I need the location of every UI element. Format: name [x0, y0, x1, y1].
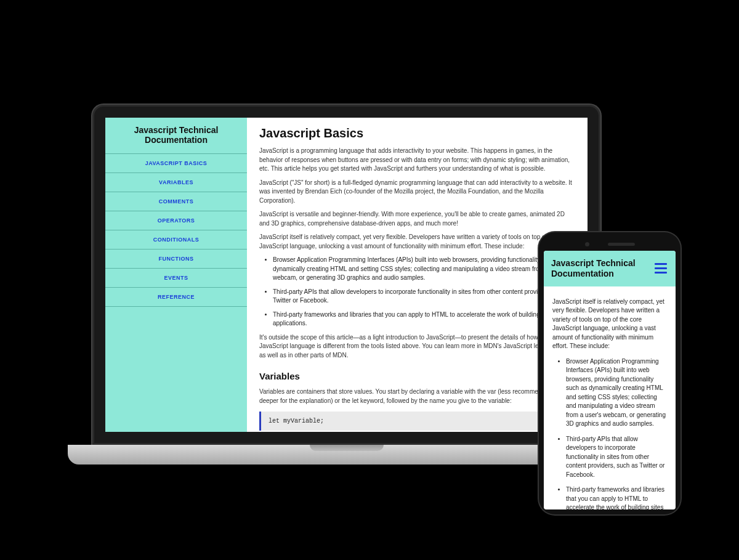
- nav-item-functions[interactable]: Functions: [105, 250, 247, 269]
- phone-camera: [585, 242, 589, 246]
- main-content: Javascript Basics JavaScript is a progra…: [247, 118, 588, 432]
- phone-speaker: [608, 243, 635, 246]
- paragraph: Variables are containers that store valu…: [259, 388, 575, 405]
- list-item: Third-party APIs that allow developers t…: [273, 288, 575, 306]
- list-item: Third-party APIs that allow developers t…: [566, 435, 667, 480]
- mobile-header: Javascript Technical Documentation: [544, 251, 676, 286]
- paragraph: JavaScript itself is relatively compact,…: [552, 298, 667, 351]
- laptop-bezel: Javascript Technical Documentation Javas…: [92, 105, 600, 445]
- paragraph: JavaScript itself is relatively compact,…: [259, 233, 575, 251]
- paragraph: It's outside the scope of this article—a…: [259, 333, 575, 360]
- list-item: Browser Application Programming Interfac…: [566, 357, 667, 429]
- phone-mockup: Javascript Technical Documentation JavaS…: [539, 232, 680, 514]
- hamburger-icon[interactable]: [653, 262, 668, 275]
- paragraph: JavaScript is a programming language tha…: [259, 147, 575, 174]
- phone-body: Javascript Technical Documentation JavaS…: [539, 232, 680, 514]
- nav-item-basics[interactable]: Javascript Basics: [105, 153, 247, 173]
- laptop-notch: [310, 445, 384, 451]
- nav-item-conditionals[interactable]: Conditionals: [105, 230, 247, 250]
- sidebar-title: Javascript Technical Documentation: [105, 118, 247, 153]
- mobile-content: JavaScript itself is relatively compact,…: [544, 286, 676, 509]
- sidebar: Javascript Technical Documentation Javas…: [105, 118, 247, 432]
- heading-variables: Variables: [259, 371, 575, 381]
- nav-item-reference[interactable]: Reference: [105, 288, 247, 307]
- list-item: Browser Application Programming Interfac…: [273, 256, 575, 283]
- laptop-viewport: Javascript Technical Documentation Javas…: [105, 118, 588, 432]
- list-item: Third-party frameworks and libraries tha…: [566, 485, 667, 509]
- code-block: let myVariable;: [259, 412, 575, 431]
- list-item: Third-party frameworks and libraries tha…: [273, 310, 575, 328]
- paragraph: JavaScript ("JS" for short) is a full-fl…: [259, 179, 575, 206]
- nav-item-comments[interactable]: Comments: [105, 192, 247, 211]
- paragraph: JavaScript is versatile and beginner-fri…: [259, 210, 575, 228]
- mobile-title: Javascript Technical Documentation: [551, 258, 653, 279]
- phone-top: [544, 237, 676, 251]
- nav-item-operators[interactable]: Operators: [105, 211, 247, 230]
- nav-item-variables[interactable]: Variables: [105, 173, 247, 192]
- phone-viewport: Javascript Technical Documentation JavaS…: [544, 251, 676, 509]
- laptop-mockup: Javascript Technical Documentation Javas…: [92, 105, 600, 465]
- doc-page: Javascript Technical Documentation Javas…: [105, 118, 588, 432]
- nav-item-events[interactable]: Events: [105, 269, 247, 288]
- heading-basics: Javascript Basics: [259, 126, 575, 140]
- feature-list: Browser Application Programming Interfac…: [552, 357, 667, 509]
- feature-list: Browser Application Programming Interfac…: [259, 256, 575, 328]
